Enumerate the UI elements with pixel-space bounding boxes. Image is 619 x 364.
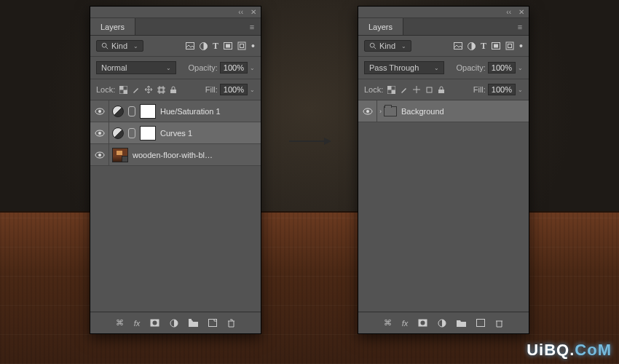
fill-field[interactable]: Fill: 100% ⌄ xyxy=(473,84,523,95)
filter-row: Kind ⌄ T • xyxy=(90,36,261,57)
tab-layers[interactable]: Layers xyxy=(358,18,403,35)
group-icon[interactable] xyxy=(457,319,466,327)
mask-icon[interactable] xyxy=(418,319,427,327)
transparency-lock-icon[interactable] xyxy=(387,86,395,94)
visibility-toggle[interactable] xyxy=(90,100,109,122)
brush-lock-icon[interactable] xyxy=(400,86,408,94)
svg-rect-47 xyxy=(477,320,485,327)
fx-icon[interactable]: fx xyxy=(402,319,409,328)
type-icon[interactable]: T xyxy=(213,40,218,52)
fill-value: 100% xyxy=(220,84,248,95)
visibility-toggle[interactable] xyxy=(90,122,109,143)
close-icon[interactable]: ✕ xyxy=(251,8,256,16)
adjustment-thumb xyxy=(112,127,124,139)
opacity-field[interactable]: Opacity: 100% ⌄ xyxy=(189,62,256,74)
visibility-toggle[interactable] xyxy=(90,144,109,165)
brush-lock-icon[interactable] xyxy=(132,86,140,94)
lock-row: Lock: Fill: 100% ⌄ xyxy=(358,79,529,100)
fill-field[interactable]: Fill: 100% ⌄ xyxy=(205,84,255,95)
layer-list: › Background xyxy=(358,100,529,312)
blend-mode-value: Normal xyxy=(101,63,127,72)
filter-type-dropdown[interactable]: Kind ⌄ xyxy=(364,40,411,52)
panel-menu-icon[interactable]: ≡ xyxy=(243,18,261,35)
move-lock-icon[interactable] xyxy=(144,85,153,94)
collapse-icon[interactable]: ‹‹ xyxy=(506,8,511,16)
chevron-down-icon: ⌄ xyxy=(434,65,439,71)
fx-icon[interactable]: fx xyxy=(134,319,141,328)
svg-point-22 xyxy=(98,154,101,157)
dot-icon[interactable]: • xyxy=(251,40,255,52)
shape-icon[interactable] xyxy=(224,40,232,52)
new-layer-icon[interactable] xyxy=(476,319,485,327)
shape-icon[interactable] xyxy=(492,40,500,52)
blend-mode-dropdown[interactable]: Normal ⌄ xyxy=(96,61,176,74)
watermark-text: UiBQ. xyxy=(527,341,575,359)
layer-name: wooden-floor-with-blurred-... xyxy=(128,151,216,159)
chevron-down-icon: ⌄ xyxy=(401,43,406,50)
type-icon[interactable]: T xyxy=(481,40,486,52)
layer-row[interactable]: wooden-floor-with-blurred-... xyxy=(90,144,261,166)
layer-thumbs xyxy=(109,122,156,143)
link-icon[interactable]: ⌘ xyxy=(384,318,392,328)
filter-row: Kind ⌄ T • xyxy=(358,36,529,57)
svg-rect-35 xyxy=(506,42,513,50)
image-icon[interactable] xyxy=(454,40,462,52)
tab-layers[interactable]: Layers xyxy=(90,18,135,35)
artboard-lock-icon[interactable] xyxy=(157,86,165,94)
arrow-icon xyxy=(288,136,331,146)
svg-point-0 xyxy=(102,43,106,47)
expand-icon[interactable]: › xyxy=(377,108,384,115)
dot-icon[interactable]: • xyxy=(519,40,523,52)
transparency-lock-icon[interactable] xyxy=(119,86,127,94)
collapse-icon[interactable]: ‹‹ xyxy=(238,8,243,16)
panel-menu-icon[interactable]: ≡ xyxy=(511,18,529,35)
layer-row[interactable]: Hue/Saturation 1 xyxy=(90,100,261,122)
layers-panel-right: ‹‹ ✕ Layers ≡ Kind ⌄ T • Pass Th xyxy=(358,6,529,334)
opacity-value: 100% xyxy=(220,62,248,74)
watermark: UiBQ.CoM xyxy=(527,341,612,360)
layers-panel-left: ‹‹ ✕ Layers ≡ Kind ⌄ T • Normal xyxy=(90,6,261,334)
opacity-label: Opacity: xyxy=(457,63,486,72)
group-icon[interactable] xyxy=(189,319,198,327)
mask-thumb xyxy=(140,104,156,119)
lock-label: Lock: xyxy=(96,85,115,94)
chevron-down-icon: ⌄ xyxy=(518,65,523,71)
svg-rect-40 xyxy=(427,87,432,92)
tab-bar: Layers ≡ xyxy=(90,18,261,36)
eye-icon xyxy=(363,108,373,115)
new-layer-icon[interactable] xyxy=(208,319,217,327)
close-icon[interactable]: ✕ xyxy=(519,8,524,16)
blend-mode-dropdown[interactable]: Pass Through ⌄ xyxy=(364,61,444,74)
search-icon xyxy=(101,42,109,50)
full-lock-icon[interactable] xyxy=(438,86,445,94)
move-lock-icon[interactable] xyxy=(412,85,421,94)
fill-value: 100% xyxy=(488,84,516,95)
visibility-toggle[interactable] xyxy=(358,100,377,122)
fill-label: Fill: xyxy=(205,85,218,94)
fill-adj-icon[interactable] xyxy=(438,319,446,328)
mask-icon[interactable] xyxy=(150,319,159,327)
layer-row[interactable]: Curves 1 xyxy=(90,122,261,144)
link-icon[interactable]: ⌘ xyxy=(116,318,124,328)
svg-rect-2 xyxy=(186,43,194,50)
svg-rect-5 xyxy=(226,44,230,48)
layer-name: Background xyxy=(397,107,444,116)
filter-type-dropdown[interactable]: Kind ⌄ xyxy=(96,40,143,52)
adjustment-icon[interactable] xyxy=(468,40,476,52)
artboard-lock-icon[interactable] xyxy=(425,86,433,94)
full-lock-icon[interactable] xyxy=(170,86,177,94)
smart-icon[interactable] xyxy=(505,40,514,52)
fill-adj-icon[interactable] xyxy=(170,319,178,328)
svg-rect-16 xyxy=(170,90,176,93)
layer-row[interactable]: › Background xyxy=(358,100,529,122)
image-icon[interactable] xyxy=(186,40,194,52)
adjustment-icon[interactable] xyxy=(200,40,208,52)
tab-bar: Layers ≡ xyxy=(358,18,529,36)
svg-rect-38 xyxy=(387,86,392,90)
svg-rect-26 xyxy=(209,320,217,327)
opacity-field[interactable]: Opacity: 100% ⌄ xyxy=(457,62,524,74)
fill-label: Fill: xyxy=(473,85,486,94)
trash-icon[interactable] xyxy=(495,319,503,328)
smart-icon[interactable] xyxy=(237,40,246,52)
trash-icon[interactable] xyxy=(227,319,235,328)
